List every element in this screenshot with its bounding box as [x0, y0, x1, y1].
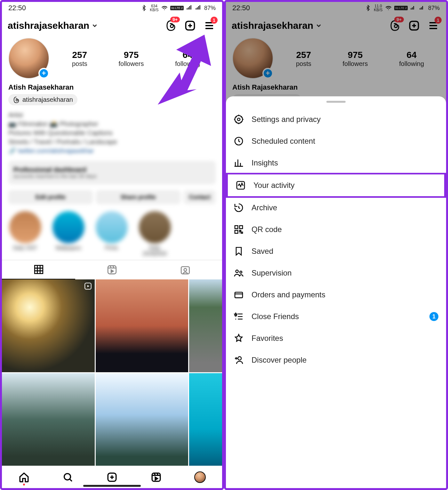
nav-home[interactable] — [18, 471, 30, 484]
close-friends-count: 1 — [429, 312, 438, 321]
menu-scheduled[interactable]: Scheduled content — [226, 130, 446, 152]
signal-icon — [186, 5, 193, 11]
create-button[interactable] — [183, 19, 197, 33]
bookmark-icon — [234, 246, 244, 256]
reels-icon — [107, 264, 117, 275]
svg-rect-1 — [35, 265, 43, 274]
nav-create[interactable] — [106, 471, 118, 484]
activity-icon — [236, 180, 246, 190]
menu-insights[interactable]: Insights — [226, 152, 446, 174]
svg-point-11 — [237, 118, 240, 121]
chart-icon — [234, 158, 244, 168]
add-person-icon — [234, 355, 244, 365]
profile-stats-row: + 257posts 975followers 64following — [2, 35, 222, 81]
status-right: 634KB/S Vo LTE 2 87% — [141, 4, 216, 12]
bluetooth-icon — [141, 5, 147, 11]
menu-settings[interactable]: Settings and privacy — [226, 108, 446, 130]
post-thumbnail[interactable] — [189, 279, 222, 372]
wifi-icon — [161, 5, 168, 11]
menu-badge: 1 — [211, 17, 218, 24]
plus-square-icon — [107, 472, 117, 483]
people-icon — [234, 268, 244, 278]
archive-icon — [234, 203, 244, 213]
menu-supervision[interactable]: Supervision — [226, 262, 446, 284]
threads-badge: 9+ — [170, 17, 180, 22]
svg-rect-14 — [235, 226, 238, 229]
post-thumbnail[interactable] — [2, 373, 95, 466]
svg-point-17 — [236, 270, 238, 273]
reels-icon — [84, 282, 92, 292]
tab-tagged[interactable] — [149, 260, 222, 279]
menu-your-activity[interactable]: Your activity — [226, 173, 446, 198]
home-icon — [19, 472, 29, 483]
svg-point-20 — [238, 357, 241, 360]
hamburger-menu-button[interactable]: 1 — [202, 19, 216, 33]
post-thumbnail[interactable] — [96, 279, 188, 372]
search-icon — [62, 472, 73, 483]
reels-icon — [151, 472, 162, 483]
username-switcher[interactable]: atishrajasekharan — [8, 20, 159, 31]
profile-tabs — [2, 260, 222, 279]
chevron-down-icon — [91, 22, 98, 29]
bio-blurred: Artist 📷 Filmmaker 📸 Photographer Pictur… — [2, 107, 222, 155]
status-bar: 22:50 634KB/S Vo LTE 2 87% — [2, 2, 222, 14]
display-name: Atish Rajasekharan — [8, 83, 216, 92]
stat-posts[interactable]: 257posts — [72, 50, 87, 68]
options-bottom-sheet: Settings and privacy Scheduled content I… — [226, 96, 446, 488]
qr-icon — [234, 224, 244, 235]
gesture-handle — [83, 485, 141, 487]
phone-right: 22:50 11.0KB/S Vo LTE 2 87% atishrajasek… — [224, 0, 448, 490]
menu-qr-code[interactable]: QR code — [226, 219, 446, 240]
profile-avatar[interactable]: + — [8, 38, 50, 79]
svg-rect-19 — [235, 292, 243, 298]
svg-point-18 — [240, 271, 242, 273]
story-highlights[interactable]: Daily XIST Wallpapers Prints Daily 2019|… — [2, 207, 222, 257]
menu-close-friends[interactable]: Close Friends 1 — [226, 306, 446, 327]
threads-button[interactable]: 9+ — [164, 19, 178, 33]
tagged-icon — [180, 264, 191, 275]
menu-archive[interactable]: Archive — [226, 197, 446, 219]
stat-following[interactable]: 64following — [175, 50, 200, 68]
menu-favorites[interactable]: Favorites — [226, 327, 446, 349]
list-star-icon — [234, 311, 244, 322]
threads-chip[interactable]: atishrajasekharan — [8, 94, 77, 105]
post-thumbnail[interactable] — [96, 373, 188, 466]
avatar-icon — [194, 471, 206, 483]
svg-point-6 — [64, 473, 71, 480]
professional-dashboard[interactable]: Professional dashboard accounts reached … — [8, 161, 216, 184]
svg-rect-15 — [240, 226, 243, 229]
card-icon — [234, 290, 244, 300]
sheet-handle[interactable] — [326, 101, 346, 103]
menu-discover-people[interactable]: Discover people — [226, 349, 446, 371]
tab-reels[interactable] — [75, 260, 148, 279]
post-thumbnail[interactable] — [189, 373, 222, 466]
share-profile-button[interactable]: Share profile — [96, 190, 180, 204]
status-time: 22:50 — [8, 4, 26, 12]
contact-button[interactable]: Contact — [184, 190, 216, 204]
edit-profile-button[interactable]: Edit profile — [8, 190, 93, 204]
battery-text: 87% — [204, 5, 216, 12]
signal-icon-2 — [195, 5, 202, 11]
svg-rect-2 — [108, 266, 116, 274]
phone-left: 22:50 634KB/S Vo LTE 2 87% atishrajasekh… — [0, 0, 224, 490]
nav-reels[interactable] — [150, 471, 163, 484]
add-story-icon[interactable]: + — [38, 68, 49, 79]
svg-point-4 — [184, 269, 187, 271]
star-icon — [234, 333, 244, 343]
svg-rect-16 — [235, 230, 238, 233]
plus-square-icon — [184, 20, 196, 31]
nav-profile[interactable] — [194, 471, 206, 484]
threads-icon — [13, 96, 20, 103]
nav-search[interactable] — [61, 471, 74, 484]
posts-grid — [2, 279, 222, 466]
stat-followers[interactable]: 975followers — [119, 50, 144, 68]
gear-icon — [234, 114, 244, 125]
grid-icon — [33, 264, 44, 275]
clock-icon — [234, 136, 244, 146]
menu-saved[interactable]: Saved — [226, 240, 446, 262]
svg-rect-3 — [181, 267, 190, 274]
post-thumbnail[interactable] — [2, 279, 95, 372]
tab-grid[interactable] — [2, 260, 75, 279]
menu-orders[interactable]: Orders and payments — [226, 284, 446, 306]
profile-header: atishrajasekharan 9+ 1 — [2, 14, 222, 35]
